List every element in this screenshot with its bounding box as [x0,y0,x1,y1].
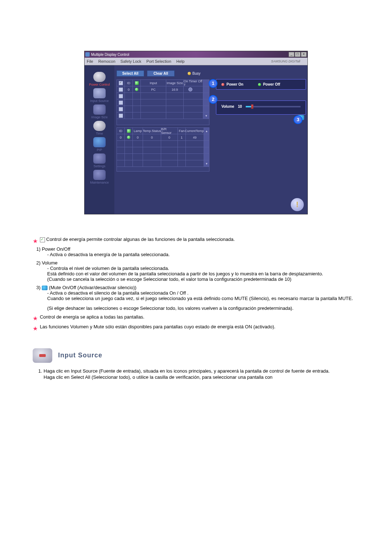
item-body: - Controla el nivel de volumen de la pan… [47,266,359,271]
table-row[interactable] [117,106,209,112]
sidebar-label: Maintenance [90,181,109,184]
scroll-up[interactable]: ▴ [204,128,209,134]
sidebar-item-input-source[interactable]: Input Source [87,88,112,103]
col-br-sensor: B/R Sensor [161,128,178,134]
note-line: ★ Control de energía se aplica a todas l… [33,314,359,320]
table-row[interactable]: ▾ [117,112,209,119]
menu-port-selection[interactable]: Port Selection [146,59,171,63]
table-row[interactable] [117,99,209,106]
menu-remocon[interactable]: Remocon [98,59,115,63]
section-header: Input Source [33,348,359,363]
select-all-button[interactable]: Select All [117,70,144,77]
item-body: - Activa o desactiva el silencio de la p… [47,290,359,296]
maximize-button[interactable]: □ [295,52,301,57]
sidebar-item-time[interactable]: Time [87,121,112,136]
menu-file[interactable]: File [87,59,93,63]
item-body: Está definido con el valor del volumen d… [47,271,359,276]
sidebar-item-pip[interactable]: PIP [87,137,112,152]
menu-safety-lock[interactable]: Safety Lock [121,59,141,63]
row-checkbox[interactable] [119,94,123,98]
col-status-icon [125,128,133,134]
cell-id: 0 [125,86,133,93]
volume-control-box: Volume 10 [216,100,306,115]
checkbox-icon [40,237,45,242]
scroll-down[interactable]: ▾ [204,160,209,167]
power-off-button[interactable]: Power Off [258,82,280,86]
cell-lamp: 0 [133,134,143,140]
sidebar-label: Power Control [89,83,110,86]
scroll-down[interactable]: ▾ [203,112,209,119]
volume-label: Volume [221,104,234,108]
app-icon [85,52,90,57]
table-row[interactable] [117,147,209,154]
table-row[interactable]: 0 0 0 0 1 49 [117,134,209,141]
scroll-up[interactable] [203,80,209,86]
settings-icon [93,153,106,164]
sidebar-item-image-size[interactable]: Image Size [87,104,112,119]
power-on-icon [221,83,224,86]
col-id: ID [117,128,125,134]
power-on-button[interactable]: Power On [221,82,244,86]
table-row[interactable] [117,141,209,147]
cell-id: 0 [117,134,125,140]
col-image-size: Image Size [166,80,184,86]
col-on-timer: On Timer Off T [184,80,203,86]
volume-thumb[interactable] [251,104,253,109]
table-row[interactable]: 0 PC 16:9 [117,86,209,93]
sidebar-item-settings[interactable]: Settings [87,153,112,168]
titlebar: Multiple Display Control _ □ × [85,51,307,58]
sidebar-label: Settings [94,164,106,168]
power-off-label: Power Off [263,82,280,86]
main-panel: Select All Clear All Busy ID Input [114,65,307,214]
client-area: Power Control Input Source Image Size Ti… [85,65,307,214]
busy-icon [188,72,191,75]
info-icon[interactable] [291,198,304,211]
sidebar-item-maintenance[interactable]: Maintenance [87,170,112,185]
volume-slider[interactable] [246,106,301,107]
callout-3: 3 [294,115,302,124]
clear-all-button[interactable]: Clear All [147,70,175,77]
table-header-row: ID Input Image Size On Timer Off T [117,80,209,86]
step-text: Haga clic en Input Source (Fuente de ent… [44,368,330,374]
pip-icon [93,137,106,147]
sidebar: Power Control Input Source Image Size Ti… [85,65,114,214]
status-led-icon [127,136,130,139]
menu-help[interactable]: Help [176,59,185,63]
cell-fan: 1 [178,134,186,140]
callout-1: 1 [209,79,217,88]
row-checkbox[interactable] [119,87,123,92]
row-checkbox[interactable] [119,100,123,105]
col-input: Input [141,80,166,86]
close-button[interactable]: × [301,52,307,57]
col-id: ID [125,80,133,86]
status-header-icon [135,81,139,85]
table-row[interactable] [117,93,209,99]
table-row[interactable]: ▾ [117,160,209,167]
status-header-icon [127,129,131,133]
timer-off-icon [188,87,192,91]
callout-2: 2 [209,95,217,104]
row-checkbox[interactable] [119,107,123,111]
item-title: 2) Volume [36,260,359,266]
cell-image-size: 16:9 [166,86,184,93]
row-checkbox[interactable] [119,114,123,118]
minimize-button[interactable]: _ [289,52,294,57]
item-body: (Cuando se cancela la selección o se esc… [47,276,359,282]
busy-indicator: Busy [188,71,200,75]
note-line: ★ Las funciones Volumen y Mute sólo está… [33,324,359,330]
brand-label: SAMSUNG DIGITall [271,59,300,63]
sidebar-item-power-control[interactable]: Power Control [87,72,112,87]
window-title: Multiple Display Control [91,53,288,57]
item-1: 1) Power On/Off - Activa o desactiva la … [36,246,359,257]
col-status-icon [133,80,141,86]
right-panel: Power On Power Off Volume 10 [216,79,306,126]
doc-intro-line: ★ Control de energía permite controlar a… [33,236,359,243]
input-source-steps: Haga clic en Input Source (Fuente de ent… [33,368,359,381]
doc-intro: Control de energía permite controlar alg… [46,237,235,242]
col-current-temp: CurrentTemp. [186,128,204,134]
top-button-row: Select All Clear All Busy [117,70,304,77]
item-3: 3) (Mute On/Off (Activar/desactivar sile… [36,285,359,311]
menubar: File Remocon Safety Lock Port Selection … [85,58,307,65]
table-row[interactable] [117,154,209,160]
header-checkbox[interactable] [119,81,123,85]
